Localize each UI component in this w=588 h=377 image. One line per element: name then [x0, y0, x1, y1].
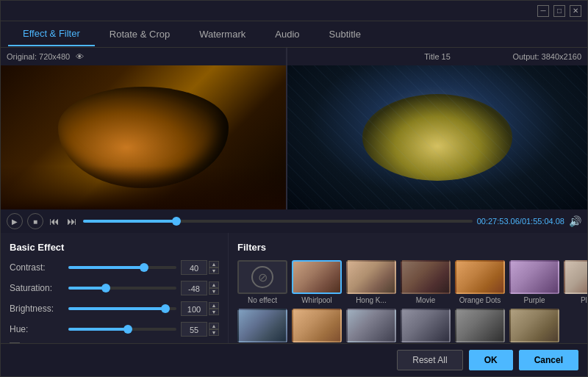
- eye-icon[interactable]: 👁: [76, 52, 84, 61]
- filter-orangedots[interactable]: Orange Dots: [455, 260, 505, 304]
- contrast-input-group: 40 ▲ ▼: [181, 260, 219, 275]
- tab-watermark[interactable]: Watermark: [184, 23, 260, 46]
- hue-value[interactable]: 55: [181, 322, 207, 337]
- filter-warm[interactable]: Warm: [292, 309, 342, 343]
- window-controls: ─ □ ✕: [537, 5, 581, 17]
- filter-thumb-coordinates: [237, 309, 287, 342]
- saturation-spinners: ▲ ▼: [209, 281, 219, 295]
- video-left-preview: [1, 65, 286, 209]
- seek-fill: [83, 220, 176, 223]
- video-canvas-right: [287, 65, 587, 209]
- brightness-thumb: [161, 304, 170, 313]
- video-canvas-left: [1, 65, 286, 209]
- saturation-slider[interactable]: [68, 287, 176, 290]
- filters-panel: Filters ⊘ No effect Whirlpool: [229, 233, 587, 343]
- stop-button[interactable]: ■: [27, 213, 43, 229]
- bottom-panel: Basic Effect Contrast: 40 ▲ ▼: [1, 233, 587, 343]
- output-label: Output: 3840x2160: [512, 52, 581, 61]
- minimize-button[interactable]: ─: [537, 5, 549, 17]
- reset-all-button[interactable]: Reset All: [397, 350, 462, 370]
- play-button[interactable]: ▶: [7, 213, 23, 229]
- effect-panel-title: Basic Effect: [10, 242, 219, 253]
- saturation-down[interactable]: ▼: [209, 288, 219, 295]
- hue-input-group: 55 ▲ ▼: [181, 322, 219, 337]
- contrast-spinners: ▲ ▼: [209, 261, 219, 274]
- tab-bar: Effect & Filter Rotate & Crop Watermark …: [1, 21, 587, 48]
- filter-modern[interactable]: Modern: [401, 309, 451, 343]
- filter-purple[interactable]: Purple: [509, 260, 559, 304]
- ok-button[interactable]: OK: [469, 350, 513, 370]
- filter-thumb-no-effect: ⊘: [237, 260, 287, 294]
- brightness-down[interactable]: ▼: [209, 309, 219, 315]
- close-button[interactable]: ✕: [570, 5, 581, 17]
- filter-thumb-pixelate: [509, 309, 559, 342]
- video-title: Title 15: [424, 52, 451, 61]
- filter-pixelate[interactable]: Pixelate: [509, 309, 559, 343]
- filter-whirlpool[interactable]: Whirlpool: [292, 260, 342, 304]
- contrast-up[interactable]: ▲: [209, 261, 219, 268]
- filter-label-movie: Movie: [401, 296, 451, 304]
- brightness-spinners: ▲ ▼: [209, 302, 219, 315]
- original-label: Original: 720x480: [7, 52, 70, 61]
- brightness-slider[interactable]: [68, 307, 176, 310]
- contrast-label: Contrast:: [10, 262, 68, 273]
- video-left-panel: Original: 720x480 👁: [1, 48, 287, 209]
- tab-rotate-crop[interactable]: Rotate & Crop: [95, 23, 184, 46]
- tab-effect-filter[interactable]: Effect & Filter: [8, 22, 95, 46]
- contrast-thumb: [140, 263, 148, 272]
- brightness-row: Brightness: 100 ▲ ▼: [10, 301, 219, 316]
- tab-audio[interactable]: Audio: [260, 23, 314, 46]
- playback-bar: ▶ ■ ⏮ ⏭ 00:27:53.06/01:55:04.08 🔊: [1, 209, 587, 233]
- cancel-button[interactable]: Cancel: [519, 350, 578, 370]
- filter-label-orangedots: Orange Dots: [455, 296, 505, 304]
- filter-hongkong[interactable]: Hong K...: [346, 260, 396, 304]
- filter-thumb-purple: [509, 260, 559, 294]
- hue-label: Hue:: [10, 324, 68, 334]
- filter-label-plain: Plain: [564, 296, 587, 304]
- hue-up[interactable]: ▲: [209, 323, 219, 329]
- brightness-fill: [68, 307, 165, 310]
- video-area: Original: 720x480 👁 Title 15 Output: 384…: [1, 48, 587, 209]
- saturation-fill: [68, 287, 106, 290]
- maximize-button[interactable]: □: [553, 5, 565, 17]
- video-right-panel: Title 15 Output: 3840x2160: [287, 48, 587, 209]
- effect-panel: Basic Effect Contrast: 40 ▲ ▼: [1, 233, 229, 343]
- filter-thumb-plain: [564, 260, 587, 294]
- filter-thumb-modern: [401, 309, 451, 342]
- prev-button[interactable]: ⏮: [48, 214, 61, 229]
- hue-slider[interactable]: [68, 328, 176, 331]
- saturation-value[interactable]: -48: [181, 281, 207, 295]
- contrast-slider[interactable]: [68, 266, 176, 269]
- seek-bar[interactable]: [83, 220, 473, 223]
- video-right-title-bar: Title 15 Output: 3840x2160: [287, 48, 587, 65]
- next-button[interactable]: ⏭: [65, 214, 79, 229]
- seek-thumb: [172, 217, 181, 226]
- time-display: 00:27:53.06/01:55:04.08: [477, 217, 564, 226]
- main-content: Original: 720x480 👁 Title 15 Output: 384…: [1, 48, 587, 376]
- hue-down[interactable]: ▼: [209, 329, 219, 336]
- brightness-value[interactable]: 100: [181, 301, 207, 316]
- filter-gray[interactable]: Gray: [455, 309, 505, 343]
- saturation-label: Saturation:: [10, 283, 68, 293]
- filter-movie[interactable]: Movie: [401, 260, 451, 304]
- hue-row: Hue: 55 ▲ ▼: [10, 322, 219, 337]
- filter-thumb-movie: [401, 260, 451, 294]
- volume-icon[interactable]: 🔊: [569, 215, 581, 227]
- filter-thumb-warm: [292, 309, 342, 342]
- contrast-value[interactable]: 40: [181, 260, 207, 275]
- filter-label-whirlpool: Whirlpool: [292, 296, 342, 304]
- filter-plain[interactable]: Plain: [564, 260, 587, 304]
- filters-title: Filters: [237, 242, 578, 253]
- contrast-down[interactable]: ▼: [209, 268, 219, 274]
- brightness-up[interactable]: ▲: [209, 302, 219, 309]
- filter-thumb-whirlpool: [292, 260, 342, 294]
- filter-coordinates[interactable]: Coordinates: [237, 309, 287, 343]
- saturation-up[interactable]: ▲: [209, 281, 219, 288]
- filter-label-purple: Purple: [509, 296, 559, 304]
- filter-no-effect[interactable]: ⊘ No effect: [237, 260, 287, 304]
- time-total: 01:55:04.08: [522, 217, 564, 226]
- no-effect-icon: ⊘: [251, 266, 273, 288]
- filter-stars[interactable]: Stars: [346, 309, 396, 343]
- tab-subtitle[interactable]: Subtitle: [315, 23, 376, 46]
- time-current: 00:27:53.06: [477, 217, 520, 226]
